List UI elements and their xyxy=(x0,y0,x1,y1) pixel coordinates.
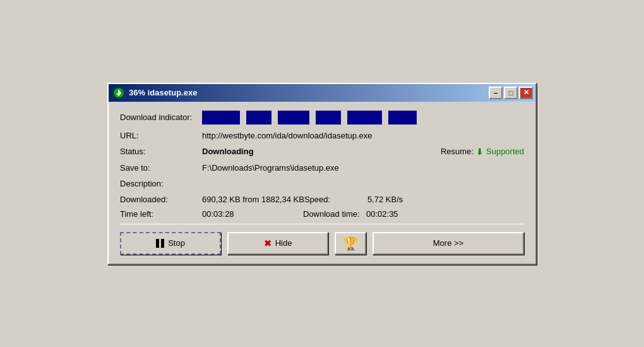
main-window: 36% idasetup.exe – □ ✕ Download indicato… xyxy=(107,83,537,265)
more-label: More >> xyxy=(433,238,463,248)
trophy-button[interactable]: 🏆 xyxy=(335,232,366,255)
divider xyxy=(120,224,524,224)
indicator-block-1 xyxy=(202,111,240,125)
status-label: Status: xyxy=(120,147,202,156)
indicator-block-4 xyxy=(316,111,341,125)
speed-label: Speed: xyxy=(304,195,367,204)
save-to-value: F:\Downloads\Programs\idasetup.exe xyxy=(202,163,524,173)
speed-value: 5,72 KB/s xyxy=(367,195,418,204)
pause-bar-1 xyxy=(156,239,159,248)
more-button[interactable]: More >> xyxy=(373,232,524,255)
indicator-label: Download indicator: xyxy=(120,113,202,122)
url-label: URL: xyxy=(120,131,202,140)
title-bar-left: 36% idasetup.exe xyxy=(112,87,197,99)
x-icon: ✖ xyxy=(264,238,271,248)
app-icon xyxy=(112,87,125,99)
pause-bar-2 xyxy=(161,239,164,248)
indicator-block-3 xyxy=(278,111,309,125)
description-label: Description: xyxy=(120,179,202,188)
indicator-row: Download indicator: xyxy=(120,111,524,125)
pause-icon xyxy=(156,239,164,248)
time-left-label: Time left: xyxy=(120,209,202,219)
download-time-value: 00:02:35 xyxy=(366,209,417,219)
url-value: http://westbyte.com/ida/download/idasetu… xyxy=(202,131,524,140)
downloaded-row: Downloaded: 690,32 KB from 1882,34 KB Sp… xyxy=(120,195,524,204)
maximize-button[interactable]: □ xyxy=(504,87,518,99)
minimize-button[interactable]: – xyxy=(489,87,503,99)
resume-status: Supported xyxy=(486,147,524,156)
downloaded-value: 690,32 KB from 1882,34 KB xyxy=(202,195,304,204)
close-button[interactable]: ✕ xyxy=(519,87,533,99)
save-to-label: Save to: xyxy=(120,163,202,173)
save-to-row: Save to: F:\Downloads\Programs\idasetup.… xyxy=(120,163,524,173)
title-text: 36% idasetup.exe xyxy=(129,88,197,97)
hide-label: Hide xyxy=(275,238,292,248)
button-row: Stop ✖ Hide 🏆 More >> xyxy=(120,232,524,255)
indicator-block-6 xyxy=(388,111,417,125)
resume-label: Resume: xyxy=(441,147,474,156)
title-bar: 36% idasetup.exe – □ ✕ xyxy=(109,84,535,102)
indicator-bar xyxy=(202,111,524,125)
time-left-value: 00:03:28 xyxy=(202,209,303,219)
description-row: Description: xyxy=(120,179,524,188)
hide-button[interactable]: ✖ Hide xyxy=(227,232,328,255)
title-buttons: – □ ✕ xyxy=(489,87,533,99)
indicator-block-5 xyxy=(347,111,382,125)
time-row: Time left: 00:03:28 Download time: 00:02… xyxy=(120,209,524,219)
indicator-block-2 xyxy=(246,111,271,125)
resume-section: Resume: ⬇ Supported xyxy=(441,147,524,157)
status-row: Status: Downloading Resume: ⬇ Supported xyxy=(120,147,524,157)
content-area: Download indicator: URL: http://westbyte… xyxy=(109,102,535,264)
trophy-icon: 🏆 xyxy=(343,236,359,251)
status-value: Downloading xyxy=(202,147,403,156)
stop-button[interactable]: Stop xyxy=(120,232,221,255)
stop-label: Stop xyxy=(168,238,185,248)
url-row: URL: http://westbyte.com/ida/download/id… xyxy=(120,131,524,140)
downloaded-label: Downloaded: xyxy=(120,195,202,204)
resume-arrow-icon: ⬇ xyxy=(476,147,484,157)
download-time-label: Download time: xyxy=(303,209,366,219)
